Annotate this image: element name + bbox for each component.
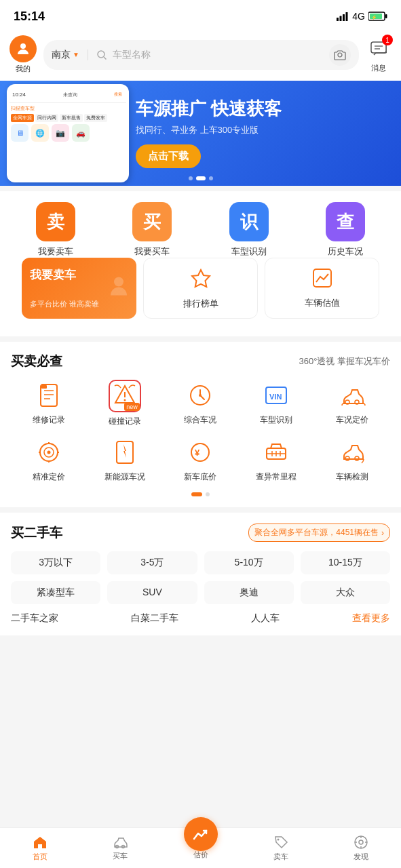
xinchedijia-item[interactable]: ¥ 新车底价 bbox=[163, 437, 239, 483]
svg-point-23 bbox=[123, 399, 126, 401]
banner-title: 车源推广 快速获客 bbox=[136, 98, 394, 119]
nav-estimate[interactable]: 估价 bbox=[160, 828, 240, 868]
link-ershouzhi[interactable]: 二手车之家 bbox=[11, 612, 58, 625]
jingzhun-item[interactable]: 精准定价 bbox=[11, 437, 87, 483]
bottom-nav: 首页 买车 估价 卖车 bbox=[0, 827, 401, 868]
camera-button[interactable] bbox=[329, 44, 351, 66]
buy-label: 我要买车 bbox=[134, 245, 170, 258]
banner-dot-1 bbox=[189, 176, 193, 180]
zonghe-item[interactable]: 综合车况 bbox=[163, 380, 239, 427]
svg-rect-1 bbox=[340, 16, 342, 21]
svg-point-9 bbox=[98, 51, 104, 58]
quick-action-history[interactable]: 查 历史车况 bbox=[301, 202, 390, 258]
status-icons: 4G ⚡ bbox=[337, 11, 387, 22]
new-badge: new bbox=[124, 403, 140, 411]
chejian-label: 车辆检测 bbox=[336, 471, 368, 483]
car-icon bbox=[113, 835, 128, 849]
chekuang-icon bbox=[337, 380, 368, 411]
home-icon bbox=[33, 835, 47, 850]
signal-icon bbox=[337, 12, 349, 21]
jingzhun-icon bbox=[33, 437, 64, 468]
banner-text: 车源推广 快速获客 找同行、寻业务 上车300专业版 点击下载 bbox=[129, 98, 401, 167]
svg-text:⚡: ⚡ bbox=[371, 14, 377, 20]
ranking-label: 排行榜单 bbox=[183, 298, 218, 310]
used-car-title: 买二手车 bbox=[11, 524, 62, 542]
location-button[interactable]: 南京 ▼ bbox=[52, 49, 79, 61]
chexing-icon: VIN bbox=[261, 380, 292, 411]
nav-buy[interactable]: 买车 bbox=[80, 828, 160, 868]
chalicheng-item[interactable]: 查异常里程 bbox=[238, 437, 314, 483]
more-link[interactable]: 查看更多 bbox=[352, 612, 390, 625]
message-button[interactable]: 1 消息 bbox=[366, 36, 392, 73]
svg-line-10 bbox=[104, 57, 107, 60]
nav-sell[interactable]: 卖车 bbox=[241, 828, 321, 868]
ranking-button[interactable]: 排行榜单 bbox=[143, 258, 258, 319]
banner[interactable]: 10:24 未查询 搜索 扫描查车型 全网车源 同行内网 新车批售 免费发车 🖥… bbox=[0, 81, 401, 186]
quick-action-sell[interactable]: 卖 我要卖车 bbox=[11, 202, 100, 258]
price-filter-2[interactable]: 3-5万 bbox=[107, 551, 197, 574]
banner-subtitle: 找同行、寻业务 上车300专业版 bbox=[136, 124, 394, 136]
buy-icon: 买 bbox=[132, 202, 172, 241]
bimai-subtitle: 360°透视 掌握车况车价 bbox=[299, 355, 390, 368]
pengzhuang-icon: new bbox=[111, 382, 138, 410]
chejian-icon bbox=[337, 437, 368, 468]
svg-point-15 bbox=[114, 277, 123, 287]
brand-filter-2[interactable]: 大众 bbox=[301, 581, 390, 604]
svg-point-25 bbox=[199, 394, 202, 397]
svg-rect-2 bbox=[343, 14, 345, 21]
search-placeholder: 车型名称 bbox=[113, 49, 324, 61]
price-filter-3[interactable]: 5-10万 bbox=[204, 551, 294, 574]
nav-home[interactable]: 首页 bbox=[0, 828, 80, 868]
quick-action-buy[interactable]: 买 我要买车 bbox=[107, 202, 197, 258]
xinneng-icon bbox=[109, 437, 140, 468]
banner-phone-mockup: 10:24 未查询 搜索 扫描查车型 全网车源 同行内网 新车批售 免费发车 🖥… bbox=[7, 84, 129, 182]
banner-download-button[interactable]: 点击下载 bbox=[136, 144, 201, 168]
pengzhuang-label: 碰撞记录 bbox=[109, 416, 141, 427]
valuation-button[interactable]: 车辆估值 bbox=[265, 258, 379, 319]
link-renren[interactable]: 人人车 bbox=[251, 612, 280, 625]
sell-main-banner[interactable]: 我要卖车 多平台比价 谁高卖谁 bbox=[22, 258, 136, 319]
chejian-item[interactable]: 车辆检测 bbox=[314, 437, 390, 483]
chekuang-item[interactable]: 车况定价 bbox=[314, 380, 390, 427]
chexing-item[interactable]: VIN 车型识别 bbox=[238, 380, 314, 427]
used-car-tag-button[interactable]: 聚合全网多平台车源，4451辆在售 › bbox=[248, 524, 390, 542]
price-filter-1[interactable]: 3万以下 bbox=[11, 551, 100, 574]
sell-icon: 卖 bbox=[36, 202, 75, 241]
discover-icon bbox=[354, 835, 368, 850]
chalicheng-icon bbox=[261, 437, 292, 468]
link-baicai[interactable]: 白菜二手车 bbox=[131, 612, 178, 625]
history-icon: 查 bbox=[326, 202, 365, 241]
nav-home-label: 首页 bbox=[33, 852, 47, 862]
svg-rect-5 bbox=[385, 14, 387, 18]
nav-discover[interactable]: 发现 bbox=[321, 828, 401, 868]
bimai-progress-dots bbox=[11, 492, 390, 496]
avatar-button[interactable]: 我的 bbox=[9, 35, 37, 74]
pengzhuang-item[interactable]: new 碰撞记录 bbox=[87, 380, 163, 427]
xinneng-item[interactable]: 新能源车况 bbox=[87, 437, 163, 483]
used-car-section: 买二手车 聚合全网多平台车源，4451辆在售 › 3万以下 3-5万 5-10万… bbox=[0, 513, 401, 635]
pengzhuang-highlight: new bbox=[109, 380, 141, 412]
search-icon bbox=[96, 50, 107, 60]
bimai-section: 买卖必查 360°透视 掌握车况车价 维修记录 bbox=[0, 342, 401, 507]
price-filter-4[interactable]: 10-15万 bbox=[301, 551, 390, 574]
brand-filter-1[interactable]: 奥迪 bbox=[204, 581, 294, 604]
estimate-center-icon bbox=[184, 817, 218, 851]
svg-rect-21 bbox=[41, 385, 47, 389]
identify-label: 车型识别 bbox=[231, 245, 267, 258]
battery-icon: ⚡ bbox=[368, 12, 387, 21]
location-arrow-icon: ▼ bbox=[73, 51, 79, 58]
svg-rect-3 bbox=[346, 12, 348, 21]
chekuang-label: 车况定价 bbox=[336, 414, 368, 426]
used-car-price-grid: 3万以下 3-5万 5-10万 10-15万 紧凑型车 SUV 奥迪 大众 bbox=[11, 551, 390, 604]
xinneng-label: 新能源车况 bbox=[104, 471, 145, 483]
search-bar[interactable]: 南京 ▼ 车型名称 bbox=[43, 40, 359, 70]
banner-dots bbox=[189, 176, 213, 180]
used-car-header: 买二手车 聚合全网多平台车源，4451辆在售 › bbox=[11, 524, 390, 542]
progress-dot-2 bbox=[206, 492, 210, 496]
quick-actions-grid: 卖 我要卖车 买 我要买车 识 车型识别 查 历史车况 bbox=[11, 202, 390, 258]
type-filter-2[interactable]: SUV bbox=[107, 581, 197, 604]
type-filter-1[interactable]: 紧凑型车 bbox=[11, 581, 100, 604]
ranking-icon bbox=[190, 267, 212, 294]
weixiu-item[interactable]: 维修记录 bbox=[11, 380, 87, 427]
quick-action-identify[interactable]: 识 车型识别 bbox=[204, 202, 294, 258]
